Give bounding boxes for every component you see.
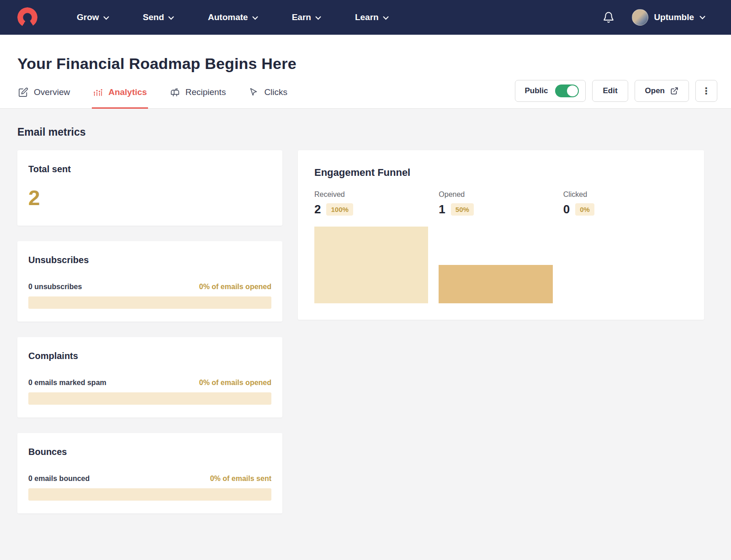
- tab-overview[interactable]: Overview: [17, 77, 71, 109]
- nav-item-automate[interactable]: Automate: [208, 12, 258, 22]
- progress-track: [28, 488, 271, 501]
- tab-bar: Overview Analytics Recipients Clicks Pub…: [0, 77, 731, 109]
- open-button[interactable]: Open: [635, 80, 689, 102]
- notifications-bell-icon[interactable]: [603, 11, 614, 23]
- stat-percent: 0% of emails sent: [210, 475, 271, 483]
- chevron-down-icon: [699, 16, 705, 20]
- chevron-down-icon: [383, 16, 389, 20]
- nav-item-send[interactable]: Send: [143, 12, 174, 22]
- nav-item-earn[interactable]: Earn: [292, 12, 321, 22]
- main-nav: Grow Send Automate Earn Learn: [77, 12, 389, 22]
- section-heading: Email metrics: [17, 109, 704, 150]
- public-toggle[interactable]: [555, 85, 579, 97]
- cursor-icon: [249, 87, 259, 97]
- card-title: Bounces: [28, 447, 271, 457]
- funnel-value: 1: [439, 202, 445, 217]
- tab-recipients[interactable]: Recipients: [169, 77, 227, 109]
- mailbox-icon: [170, 87, 180, 97]
- chart-icon: [93, 87, 103, 97]
- tab-label: Clicks: [264, 87, 287, 97]
- funnel-value: 0: [563, 202, 570, 217]
- funnel-percent-badge: 0%: [575, 203, 594, 216]
- funnel-label: Clicked: [563, 190, 688, 199]
- toggle-knob: [567, 85, 578, 96]
- tab-clicks[interactable]: Clicks: [248, 77, 288, 109]
- stat-percent: 0% of emails opened: [199, 379, 271, 387]
- account-name: Uptumble: [654, 12, 694, 22]
- chevron-down-icon: [315, 16, 321, 20]
- main-content: Email metrics Total sent 2 Unsubscribes …: [0, 109, 731, 560]
- funnel-percent-badge: 50%: [451, 203, 474, 216]
- page-title: Your Financial Roadmap Begins Here: [17, 55, 731, 73]
- stat-count: 0 emails bounced: [28, 475, 90, 483]
- progress-track: [28, 296, 271, 309]
- nav-label: Grow: [77, 12, 99, 22]
- funnel-label: Opened: [439, 190, 563, 199]
- funnel-label: Received: [314, 190, 439, 199]
- funnel-title: Engagement Funnel: [314, 167, 688, 179]
- unsubscribes-card: Unsubscribes 0 unsubscribes 0% of emails…: [17, 241, 282, 322]
- open-label: Open: [645, 86, 665, 95]
- stat-count: 0 unsubscribes: [28, 283, 82, 291]
- account-menu[interactable]: Uptumble: [632, 9, 705, 26]
- progress-track: [28, 392, 271, 405]
- tab-label: Overview: [34, 87, 70, 97]
- funnel-percent-badge: 100%: [326, 203, 353, 216]
- complaints-card: Complaints 0 emails marked spam 0% of em…: [17, 337, 282, 417]
- tab-label: Recipients: [185, 87, 226, 97]
- nav-label: Learn: [355, 12, 379, 22]
- metrics-column: Total sent 2 Unsubscribes 0 unsubscribes…: [17, 150, 282, 513]
- chevron-down-icon: [103, 16, 109, 20]
- card-title: Complaints: [28, 351, 271, 361]
- nav-label: Automate: [208, 12, 248, 22]
- nav-label: Send: [143, 12, 164, 22]
- tab-label: Analytics: [108, 87, 147, 97]
- card-title: Unsubscribes: [28, 255, 271, 265]
- funnel-bar-chart: [314, 227, 688, 303]
- funnel-stat-opened: Opened 1 50%: [439, 190, 563, 217]
- funnel-bar-opened: [439, 265, 552, 303]
- total-sent-value: 2: [28, 185, 271, 210]
- funnel-stat-received: Received 2 100%: [314, 190, 439, 217]
- chevron-down-icon: [168, 16, 174, 20]
- public-label: Public: [524, 86, 548, 95]
- card-title: Total sent: [28, 164, 271, 174]
- edit-label: Edit: [603, 86, 617, 95]
- engagement-funnel-card: Engagement Funnel Received 2 100% Opened…: [298, 150, 704, 320]
- stat-percent: 0% of emails opened: [199, 283, 271, 291]
- tab-analytics[interactable]: Analytics: [92, 77, 148, 109]
- kebab-icon: ⋮: [702, 85, 711, 96]
- more-options-button[interactable]: ⋮: [695, 80, 717, 102]
- avatar: [632, 9, 648, 26]
- stat-count: 0 emails marked spam: [28, 379, 106, 387]
- total-sent-card: Total sent 2: [17, 150, 282, 226]
- nav-item-learn[interactable]: Learn: [355, 12, 389, 22]
- funnel-value: 2: [314, 202, 321, 217]
- chevron-down-icon: [252, 16, 258, 20]
- bounces-card: Bounces 0 emails bounced 0% of emails se…: [17, 433, 282, 513]
- funnel-stat-clicked: Clicked 0 0%: [563, 190, 688, 217]
- brand-logo-icon[interactable]: [17, 7, 37, 27]
- external-link-icon: [670, 87, 678, 95]
- nav-label: Earn: [292, 12, 311, 22]
- pencil-square-icon: [18, 87, 28, 97]
- top-navbar: Grow Send Automate Earn Learn Uptumble: [0, 0, 731, 35]
- funnel-bar-received: [314, 227, 428, 303]
- nav-item-grow[interactable]: Grow: [77, 12, 109, 22]
- public-visibility-control[interactable]: Public: [515, 80, 586, 102]
- edit-button[interactable]: Edit: [592, 80, 628, 102]
